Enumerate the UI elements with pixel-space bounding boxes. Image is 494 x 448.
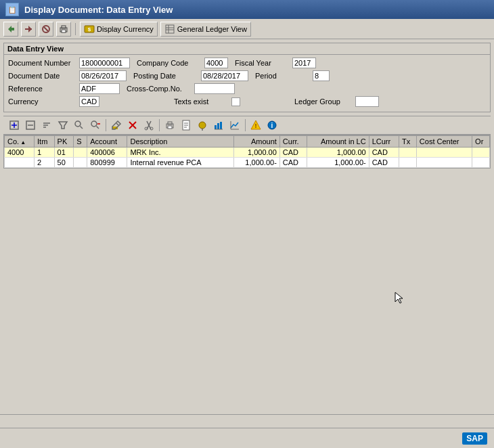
svg-rect-10 xyxy=(166,25,174,33)
col-account[interactable]: Account xyxy=(87,136,127,148)
cell-pk: 01 xyxy=(54,148,74,158)
change-btn[interactable] xyxy=(109,118,124,132)
form-row-2: Document Date Posting Date Period xyxy=(8,70,486,81)
period-input[interactable] xyxy=(313,70,330,81)
select-all-btn[interactable] xyxy=(7,118,22,132)
svg-line-26 xyxy=(97,127,99,129)
col-s[interactable]: S xyxy=(74,136,87,148)
title-bar: 📋 Display Document: Data Entry View xyxy=(0,0,494,19)
posting-date-input[interactable] xyxy=(201,70,248,81)
col-itm[interactable]: Itm xyxy=(35,136,55,148)
period-label: Period xyxy=(255,72,306,80)
cell-co xyxy=(5,158,35,168)
table-row[interactable]: 4000 1 01 400006 MRK Inc. 1,000.00 CAD 1… xyxy=(5,148,490,158)
chart-btn[interactable] xyxy=(211,118,226,132)
pin-btn[interactable] xyxy=(195,118,210,132)
company-code-input[interactable] xyxy=(204,58,228,68)
cell-curr: CAD xyxy=(279,148,307,158)
table-body: 4000 1 01 400006 MRK Inc. 1,000.00 CAD 1… xyxy=(5,148,490,168)
svg-rect-7 xyxy=(62,30,66,32)
cell-amountlc: 1,000.00 xyxy=(307,148,369,158)
col-curr[interactable]: Curr. xyxy=(279,136,307,148)
main-toolbar: $ Display Currency General Ledger View xyxy=(0,19,494,39)
cell-pk: 50 xyxy=(54,158,74,168)
ledger-group-input[interactable] xyxy=(355,96,379,107)
back-button[interactable] xyxy=(3,22,18,37)
form-row-4: Currency Texts exist Ledger Group xyxy=(8,96,486,107)
display-currency-button[interactable]: $ Display Currency xyxy=(80,22,158,37)
col-amount[interactable]: Amount xyxy=(234,136,279,148)
table-row[interactable]: 2 50 800999 Internal revenue PCA 1,000.0… xyxy=(5,158,490,168)
status-bar xyxy=(0,414,494,428)
cell-lcurr: CAD xyxy=(369,148,399,158)
svg-line-4 xyxy=(44,27,48,31)
svg-rect-46 xyxy=(215,125,217,129)
doc-number-input[interactable] xyxy=(79,58,130,68)
svg-text:!: ! xyxy=(255,122,257,129)
svg-marker-22 xyxy=(59,122,67,129)
cell-itm: 1 xyxy=(35,148,55,158)
exit-button[interactable] xyxy=(21,22,36,37)
data-table: Co. Itm PK S Account Description Amount … xyxy=(3,135,491,169)
fiscal-year-input[interactable] xyxy=(292,58,316,68)
cell-account: 400006 xyxy=(87,148,127,158)
posting-date-label: Posting Date xyxy=(133,72,194,80)
data-entry-panel: Data Entry View Document Number Company … xyxy=(3,43,491,112)
bottom-bar: SAP xyxy=(0,428,494,448)
col-lcurr[interactable]: LCurr xyxy=(369,136,399,148)
graph-btn[interactable] xyxy=(227,118,242,132)
print-button[interactable] xyxy=(56,22,71,37)
find-btn[interactable] xyxy=(72,118,87,132)
svg-text:i: i xyxy=(271,122,273,129)
col-co[interactable]: Co. xyxy=(5,136,35,148)
svg-marker-2 xyxy=(28,26,32,32)
svg-rect-39 xyxy=(168,126,172,129)
find2-btn[interactable] xyxy=(88,118,103,132)
company-code-label: Company Code xyxy=(137,59,198,67)
doc-btn[interactable] xyxy=(179,118,194,132)
cross-comp-input[interactable] xyxy=(194,83,235,94)
cell-costcenter xyxy=(416,158,472,168)
svg-point-25 xyxy=(91,121,97,127)
cell-description: MRK Inc. xyxy=(127,148,234,158)
app-icon: 📋 xyxy=(5,3,19,16)
col-pk[interactable]: PK xyxy=(54,136,74,148)
col-costcenter[interactable]: Cost Center xyxy=(416,136,472,148)
cell-account: 800999 xyxy=(87,158,127,168)
main-content: Data Entry View Document Number Company … xyxy=(0,39,494,172)
cell-co: 4000 xyxy=(5,148,35,158)
print2-btn[interactable] xyxy=(162,118,177,132)
col-amountlc[interactable]: Amount in LC xyxy=(307,136,369,148)
sep4 xyxy=(245,119,246,131)
fiscal-year-label: Fiscal Year xyxy=(235,59,286,67)
svg-marker-56 xyxy=(395,292,403,303)
general-ledger-button[interactable]: General Ledger View xyxy=(160,22,251,37)
col-or[interactable]: Or xyxy=(472,136,490,148)
panel-title: Data Entry View xyxy=(4,43,490,55)
info-btn[interactable]: i xyxy=(265,118,279,132)
cell-tx xyxy=(399,148,417,158)
doc-date-input[interactable] xyxy=(79,70,127,81)
ledger-group-label: Ledger Group xyxy=(294,97,349,106)
cut-btn[interactable] xyxy=(141,118,156,132)
cell-description: Internal revenue PCA xyxy=(127,158,234,168)
col-tx[interactable]: Tx xyxy=(399,136,417,148)
cell-lcurr: CAD xyxy=(369,158,399,168)
currency-input[interactable] xyxy=(79,96,99,107)
deselect-btn[interactable] xyxy=(23,118,38,132)
page-title: Display Document: Data Entry View xyxy=(24,5,173,15)
delete-btn[interactable] xyxy=(125,118,140,132)
filter-btn[interactable] xyxy=(55,118,70,132)
warning-btn[interactable]: ! xyxy=(248,118,263,132)
cancel-button[interactable] xyxy=(39,22,53,37)
svg-point-23 xyxy=(75,121,81,127)
sort-btn[interactable] xyxy=(39,118,54,132)
svg-marker-0 xyxy=(8,26,14,32)
entry-table: Co. Itm PK S Account Description Amount … xyxy=(4,135,490,168)
reference-input[interactable] xyxy=(79,83,120,94)
svg-rect-48 xyxy=(220,122,222,129)
panel-content: Document Number Company Code Fiscal Year… xyxy=(4,55,490,112)
col-description[interactable]: Description xyxy=(127,136,234,148)
texts-exist-checkbox[interactable] xyxy=(231,97,240,106)
svg-text:$: $ xyxy=(88,26,91,32)
